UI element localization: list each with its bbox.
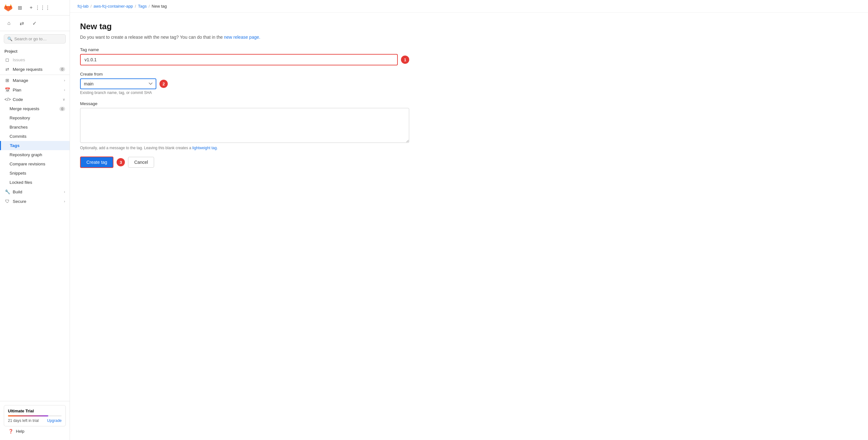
secure-chevron-icon: ›	[64, 199, 65, 203]
form-area: New tag Do you want to create a release …	[70, 13, 420, 177]
cancel-button[interactable]: Cancel	[128, 157, 154, 168]
breadcrumb-current: New tag	[152, 4, 167, 8]
trial-days-left: 21 days left in trial	[8, 418, 39, 423]
secure-icon: 🛡	[4, 199, 10, 204]
sidebar-item-label-commits: Commits	[9, 134, 26, 139]
search-placeholder: Search or go to…	[14, 36, 47, 41]
sidebar-item-manage[interactable]: ⊞ Manage ›	[0, 75, 69, 85]
checklist-button[interactable]: ✓	[29, 18, 40, 29]
sidebar-item-merge-requests-code[interactable]: Merge requests 0	[0, 104, 69, 113]
breadcrumb-sep-3: /	[149, 4, 150, 8]
code-chevron-icon: ∨	[63, 98, 65, 102]
help-item[interactable]: ❓ Help	[4, 426, 66, 436]
merge-requests-badge: 0	[59, 67, 65, 71]
sidebar-item-label-manage: Manage	[13, 78, 28, 83]
build-icon: 🔧	[4, 189, 10, 194]
trial-bar	[8, 415, 62, 416]
build-chevron-icon: ›	[64, 190, 65, 194]
sidebar-footer: Ultimate Trial 21 days left in trial Upg…	[0, 401, 69, 440]
trial-title: Ultimate Trial	[8, 409, 62, 413]
sidebar-item-locked-files[interactable]: Locked files	[0, 178, 69, 187]
tag-name-label: Tag name	[80, 47, 409, 52]
breadcrumb: fcj-lab / aws-fcj-container-app / Tags /…	[70, 0, 868, 13]
sidebar-item-issues[interactable]: ◻ Issues	[0, 55, 69, 64]
create-from-select[interactable]: main develop master	[80, 78, 156, 89]
message-hint-text: Optionally, add a message to the tag. Le…	[80, 146, 191, 150]
sidebar-item-commits[interactable]: Commits	[0, 132, 69, 141]
sidebar-item-code[interactable]: </> Code ∨	[0, 95, 69, 104]
merge-requests-code-badge: 0	[59, 107, 65, 111]
sidebar-item-plan[interactable]: 📅 Plan ›	[0, 85, 69, 95]
sidebar-item-compare-revisions[interactable]: Compare revisions	[0, 159, 69, 169]
breadcrumb-sep-2: /	[135, 4, 136, 8]
sidebar-item-branches[interactable]: Branches	[0, 123, 69, 132]
create-from-label: Create from	[80, 72, 409, 76]
page-title: New tag	[80, 22, 409, 31]
code-icon: </>	[4, 97, 10, 102]
sidebar: ⊞ + ⋮⋮⋮ ⌂ ⇄ ✓ 🔍 Search or go to… Project…	[0, 0, 70, 440]
help-icon: ❓	[8, 429, 13, 434]
home-button[interactable]: ⌂	[3, 18, 14, 29]
search-icon: 🔍	[7, 36, 12, 41]
sidebar-item-label-locked-files: Locked files	[9, 180, 32, 185]
search-bar[interactable]: 🔍 Search or go to…	[4, 34, 66, 43]
message-textarea[interactable]	[80, 108, 409, 143]
trial-box: Ultimate Trial 21 days left in trial Upg…	[4, 405, 66, 426]
sidebar-item-label-secure: Secure	[13, 199, 26, 204]
create-from-hint: Existing branch name, tag, or commit SHA	[80, 91, 409, 95]
breadcrumb-org[interactable]: fcj-lab	[78, 4, 89, 8]
sidebar-item-tags[interactable]: Tags	[0, 141, 69, 150]
help-label: Help	[16, 429, 25, 434]
breadcrumb-section[interactable]: Tags	[138, 4, 147, 8]
grid-menu-button[interactable]: ⋮⋮⋮	[38, 3, 47, 12]
main-content: fcj-lab / aws-fcj-container-app / Tags /…	[70, 0, 868, 440]
sidebar-item-label-code: Code	[13, 97, 23, 102]
sidebar-item-label-plan: Plan	[13, 88, 21, 92]
upgrade-link[interactable]: Upgrade	[47, 418, 62, 423]
sidebar-item-repository-graph[interactable]: Repository graph	[0, 150, 69, 159]
tag-name-group: Tag name 1	[80, 47, 409, 65]
sidebar-scroll: Project ◻ Issues ⇄ Merge requests 0 ⊞ Ma…	[0, 47, 69, 401]
plan-chevron-icon: ›	[64, 88, 65, 92]
tag-name-input[interactable]	[80, 54, 398, 65]
tag-name-row: 1	[80, 54, 409, 65]
message-label: Message	[80, 101, 409, 106]
sidebar-item-snippets[interactable]: Snippets	[0, 169, 69, 178]
sidebar-item-merge-requests[interactable]: ⇄ Merge requests 0	[0, 64, 69, 74]
step3-badge: 3	[117, 158, 125, 166]
create-from-group: Create from main develop master 2 Existi…	[80, 72, 409, 95]
step2-badge: 2	[159, 80, 168, 88]
manage-chevron-icon: ›	[64, 78, 65, 82]
sidebar-item-label-issues: Issues	[13, 58, 25, 62]
breadcrumb-sep-1: /	[91, 4, 92, 8]
trial-info: 21 days left in trial Upgrade	[8, 418, 62, 423]
plan-icon: 📅	[4, 87, 10, 92]
subtitle: Do you want to create a release with the…	[80, 35, 409, 40]
new-item-button[interactable]: +	[27, 3, 36, 12]
message-hint-link[interactable]: lightweight tag.	[192, 146, 218, 150]
sidebar-item-label-merge-requests: Merge requests	[13, 67, 42, 72]
sidebar-toggle-button[interactable]: ⊞	[15, 3, 24, 12]
breadcrumb-repo[interactable]: aws-fcj-container-app	[93, 4, 133, 8]
subtitle-link[interactable]: new release page.	[224, 35, 260, 40]
issues-icon: ◻	[4, 57, 10, 62]
sidebar-item-label-merge-requests-code: Merge requests	[9, 106, 39, 111]
sidebar-item-label-repository: Repository	[9, 115, 30, 120]
sidebar-item-label-build: Build	[13, 190, 22, 194]
sidebar-item-label-repository-graph: Repository graph	[9, 153, 42, 157]
sidebar-item-label-compare-revisions: Compare revisions	[9, 162, 45, 166]
message-group: Message Optionally, add a message to the…	[80, 101, 409, 150]
sidebar-item-build[interactable]: 🔧 Build ›	[0, 187, 69, 197]
gitlab-logo	[4, 3, 13, 12]
sidebar-item-repository[interactable]: Repository	[0, 113, 69, 123]
message-hint: Optionally, add a message to the tag. Le…	[80, 146, 409, 150]
actions: Create tag 3 Cancel	[80, 157, 409, 168]
step1-badge: 1	[401, 56, 409, 64]
merge-requests-button[interactable]: ⇄	[16, 18, 27, 29]
create-tag-button[interactable]: Create tag	[80, 157, 114, 168]
manage-icon: ⊞	[4, 78, 10, 83]
sidebar-item-secure[interactable]: 🛡 Secure ›	[0, 197, 69, 206]
create-from-row: main develop master 2	[80, 78, 409, 89]
merge-requests-icon: ⇄	[4, 67, 10, 72]
sidebar-top: ⊞ + ⋮⋮⋮	[0, 0, 69, 15]
